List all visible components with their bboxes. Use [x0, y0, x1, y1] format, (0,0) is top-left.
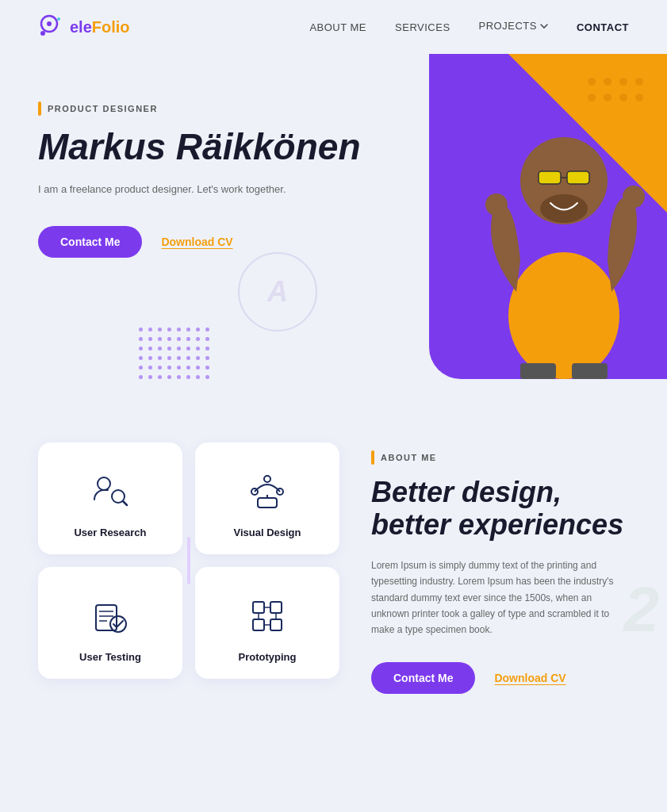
- about-buttons: Contact Me Download CV: [371, 662, 629, 694]
- service-card-user-research: User Research: [38, 442, 182, 554]
- hero-section: PRODUCT DESIGNER Markus Räikkönen I am a…: [0, 54, 667, 395]
- prototyping-icon: [243, 592, 291, 640]
- hero-buttons: Contact Me Download CV: [38, 226, 403, 258]
- svg-rect-28: [270, 602, 282, 613]
- services-wrapper: User Research Visual Design: [38, 442, 339, 679]
- chevron-down-icon: [540, 24, 548, 29]
- service-card-visual-design: Visual Design: [195, 442, 339, 554]
- user-testing-label: User Testing: [79, 651, 141, 663]
- svg-point-4: [508, 252, 619, 379]
- about-body: Lorem Ipsum is simply dummy text of the …: [371, 557, 629, 638]
- contact-me-button[interactable]: Contact Me: [38, 226, 142, 258]
- about-text: ABOUT ME Better design, better experienc…: [371, 442, 629, 694]
- connector-vertical: [187, 537, 190, 584]
- logo-icon: [38, 13, 67, 41]
- svg-rect-29: [253, 619, 264, 630]
- user-research-icon: [86, 468, 134, 515]
- hero-image-area: [413, 54, 667, 379]
- hero-person-figure: [469, 78, 659, 379]
- about-section: User Research Visual Design: [0, 395, 667, 726]
- nav-projects[interactable]: PROJECTS: [479, 20, 548, 32]
- service-card-user-testing: User Testing: [38, 567, 182, 679]
- service-card-prototyping: Prototyping: [195, 567, 339, 679]
- about-download-button[interactable]: Download CV: [494, 672, 565, 684]
- visual-design-label: Visual Design: [233, 527, 301, 538]
- svg-point-2: [40, 31, 45, 36]
- svg-point-13: [540, 194, 588, 223]
- download-cv-button[interactable]: Download CV: [161, 236, 232, 248]
- nav-about[interactable]: ABOUT ME: [309, 21, 366, 33]
- svg-point-10: [623, 186, 645, 208]
- svg-rect-11: [520, 363, 556, 379]
- about-label-text: ABOUT ME: [381, 453, 437, 462]
- svg-rect-20: [258, 498, 277, 508]
- label-bar: [38, 102, 41, 116]
- svg-point-9: [485, 193, 508, 216]
- prototyping-label: Prototyping: [239, 651, 297, 663]
- user-research-label: User Research: [74, 527, 146, 538]
- svg-rect-30: [270, 619, 282, 630]
- role-text: PRODUCT DESIGNER: [48, 104, 158, 113]
- svg-point-1: [47, 21, 52, 26]
- svg-point-19: [264, 476, 270, 482]
- about-label: ABOUT ME: [371, 450, 629, 465]
- svg-line-16: [123, 501, 127, 505]
- svg-rect-6: [539, 171, 561, 184]
- nav-links: ABOUT ME SERVICES PROJECTS CONTACT: [309, 20, 629, 34]
- svg-rect-7: [567, 171, 589, 184]
- about-label-bar: [371, 450, 374, 465]
- nav-services[interactable]: SERVICES: [395, 21, 450, 33]
- user-testing-icon: [86, 592, 134, 640]
- about-heading: Better design, better experiences: [371, 476, 629, 542]
- svg-rect-12: [572, 363, 608, 379]
- logo-text: eleFolio: [70, 18, 130, 36]
- role-label: PRODUCT DESIGNER: [38, 102, 403, 116]
- svg-point-14: [98, 477, 110, 490]
- visual-design-icon: [243, 468, 291, 515]
- nav-contact[interactable]: CONTACT: [577, 21, 629, 33]
- hero-subtitle: I am a freelance product designer. Let's…: [38, 182, 403, 198]
- deco-number: 2: [624, 573, 660, 646]
- hero-content: PRODUCT DESIGNER Markus Räikkönen I am a…: [38, 70, 403, 363]
- navigation: eleFolio ABOUT ME SERVICES PROJECTS CONT…: [0, 0, 667, 54]
- svg-rect-27: [253, 602, 264, 613]
- logo[interactable]: eleFolio: [38, 13, 130, 41]
- hero-name: Markus Räikkönen: [38, 127, 403, 167]
- svg-point-3: [57, 17, 60, 21]
- about-contact-button[interactable]: Contact Me: [371, 662, 475, 694]
